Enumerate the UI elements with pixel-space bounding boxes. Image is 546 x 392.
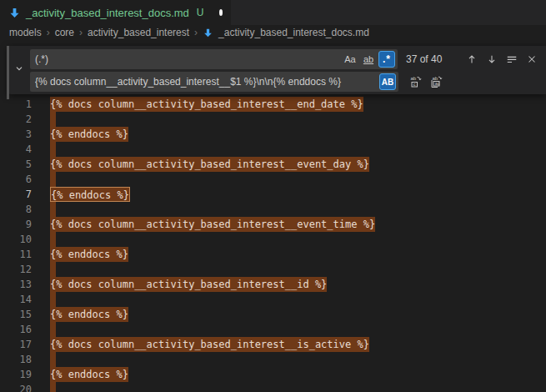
preserve-case-button[interactable]: AB — [379, 73, 396, 90]
replace-value: {% docs column__activity_based_interest_… — [35, 76, 378, 88]
code-line: 3{% enddocs %} — [0, 127, 546, 142]
code-line: 11{% enddocs %} — [0, 247, 546, 262]
chevron-down-icon — [13, 63, 25, 78]
close-icon — [526, 53, 538, 65]
line-content[interactable]: {% docs column__activity_based_interest_… — [50, 157, 546, 172]
code-line: 18 — [0, 352, 546, 367]
code-line: 5{% docs column__activity_based_interest… — [0, 157, 546, 172]
match-highlight — [50, 382, 56, 392]
breadcrumb-item-core[interactable]: core — [55, 27, 74, 38]
code-line: 16 — [0, 322, 546, 337]
line-content[interactable]: {% docs column__activity_based_interest_… — [50, 277, 546, 292]
line-number: 10 — [0, 232, 50, 247]
code-line: 13{% docs column__activity_based_interes… — [0, 277, 546, 292]
line-content[interactable]: {% docs column__activity_based_interest_… — [50, 97, 546, 112]
match-highlight — [50, 172, 56, 187]
match-highlight — [50, 352, 56, 367]
match-highlight — [50, 292, 56, 307]
markdown-file-icon — [203, 28, 213, 38]
line-content[interactable] — [50, 172, 546, 187]
find-widget-resize-sash[interactable] — [7, 46, 9, 99]
match-case-button[interactable]: Aa — [342, 51, 358, 68]
line-number: 8 — [0, 202, 50, 217]
replace-input[interactable]: {% docs column__activity_based_interest_… — [30, 72, 398, 92]
line-number: 13 — [0, 277, 50, 292]
match-highlight: {% docs column__activity_based_interest_… — [50, 157, 369, 172]
match-highlight — [50, 322, 56, 337]
breadcrumb-item-models[interactable]: models — [9, 27, 42, 38]
previous-match-button[interactable] — [463, 50, 481, 68]
tab-active-file[interactable]: _activity_based_interest_docs.md U — [0, 0, 232, 25]
breadcrumb-separator: › — [78, 27, 83, 38]
breadcrumb-item-file[interactable]: _activity_based_interest_docs.md — [218, 27, 369, 38]
match-highlight — [50, 202, 56, 217]
regex-button[interactable]: .* — [378, 51, 395, 68]
line-content[interactable]: {% enddocs %} — [50, 127, 546, 142]
match-highlight: {% enddocs %} — [50, 307, 128, 322]
line-content[interactable]: {% docs column__activity_based_interest_… — [50, 217, 546, 232]
code-line: 1{% docs column__activity_based_interest… — [0, 97, 546, 112]
code-line: 15{% enddocs %} — [0, 307, 546, 322]
code-line: 7{% enddocs %} — [0, 187, 546, 202]
line-content[interactable] — [50, 322, 546, 337]
line-number: 12 — [0, 262, 50, 277]
line-content[interactable] — [50, 112, 546, 127]
svg-text:ac: ac — [435, 81, 440, 86]
code-line: 8 — [0, 202, 546, 217]
toggle-replace-button[interactable] — [8, 46, 30, 94]
code-line: 14 — [0, 292, 546, 307]
modified-dot-icon[interactable] — [219, 9, 223, 16]
svg-text:ab: ab — [433, 76, 438, 81]
line-number: 15 — [0, 307, 50, 322]
code-line: 19{% enddocs %} — [0, 367, 546, 382]
line-content[interactable] — [50, 202, 546, 217]
match-highlight: {% docs column__activity_based_interest_… — [50, 337, 369, 352]
breadcrumb-item-folder[interactable]: activity_based_interest — [88, 27, 189, 38]
line-content[interactable] — [50, 232, 546, 247]
whole-word-button[interactable]: ab — [360, 51, 377, 68]
code-line: 20 — [0, 382, 546, 392]
code-line: 6 — [0, 172, 546, 187]
git-status-badge: U — [197, 7, 204, 18]
arrow-up-icon — [466, 53, 478, 65]
find-input[interactable]: (.*) Aa ab .* — [30, 49, 398, 69]
line-content[interactable]: {% enddocs %} — [50, 247, 546, 262]
editor: (.*) Aa ab .* 37 of 40 — [0, 40, 546, 392]
line-content[interactable]: {% docs column__activity_based_interest_… — [50, 337, 546, 352]
line-content[interactable] — [50, 262, 546, 277]
breadcrumb-separator: › — [46, 27, 51, 38]
find-in-selection-button[interactable] — [503, 50, 521, 68]
line-content[interactable]: {% enddocs %} — [50, 307, 546, 322]
line-number: 11 — [0, 247, 50, 262]
line-content[interactable]: {% enddocs %} — [50, 187, 546, 202]
code-line: 12 — [0, 262, 546, 277]
line-content[interactable] — [50, 382, 546, 392]
line-number: 19 — [0, 367, 50, 382]
match-count: 37 of 40 — [406, 53, 454, 65]
line-content[interactable] — [50, 292, 546, 307]
close-find-button[interactable] — [523, 50, 541, 68]
match-highlight: {% docs column__activity_based_interest_… — [50, 217, 375, 232]
line-number: 18 — [0, 352, 50, 367]
line-number: 9 — [0, 217, 50, 232]
line-number: 7 — [0, 187, 50, 202]
line-content[interactable] — [50, 352, 546, 367]
line-number: 4 — [0, 142, 50, 157]
replace-row: {% docs column__activity_based_interest_… — [30, 72, 541, 92]
replace-all-button[interactable]: ab ac — [427, 73, 445, 91]
code-line: 10 — [0, 232, 546, 247]
vscode-window: _activity_based_interest_docs.md U model… — [0, 0, 546, 392]
breadcrumb: models › core › activity_based_interest … — [0, 25, 546, 40]
replace-all-icon: ab ac — [429, 75, 443, 88]
selection-icon — [506, 53, 518, 65]
next-match-button[interactable] — [483, 50, 501, 68]
svg-text:c: c — [413, 82, 416, 87]
match-highlight — [50, 262, 56, 277]
find-row: (.*) Aa ab .* 37 of 40 — [30, 49, 541, 69]
line-content[interactable]: {% enddocs %} — [50, 367, 546, 382]
match-highlight: {% enddocs %} — [50, 127, 128, 142]
replace-button[interactable]: ab c — [407, 73, 425, 91]
line-content[interactable] — [50, 142, 546, 157]
line-number: 2 — [0, 112, 50, 127]
match-highlight: {% enddocs %} — [50, 247, 128, 262]
